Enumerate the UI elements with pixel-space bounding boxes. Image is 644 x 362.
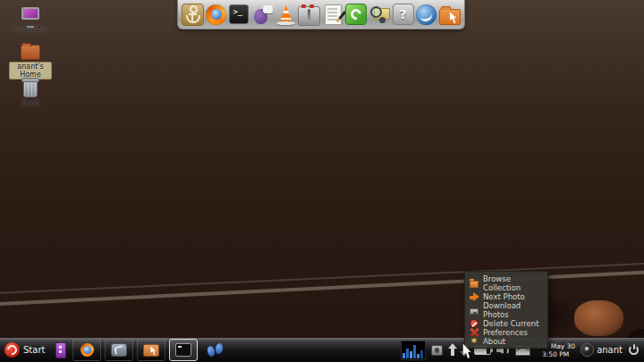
menu-item-next-photo[interactable]: Next Photo [465,292,547,301]
desktop-icon-label: Computer [13,25,48,33]
dock-item-software-center[interactable] [344,2,368,28]
media-player-icon [55,342,66,358]
taskbar-button-media-player[interactable] [53,339,69,361]
menu-item-delete-current[interactable]: Delete Current [465,319,547,328]
anchor-icon [182,4,204,26]
desktop-icon-trash[interactable]: Trash [9,79,52,107]
trash-can-icon [23,80,38,97]
taskbar-button-footprints[interactable] [201,339,230,361]
wallpaper-stone [574,300,623,336]
menu-item-browse-collection[interactable]: Browse Collection [465,274,547,292]
menu-item-label: Download Photos [483,301,547,319]
dock-item-help[interactable]: ? [392,2,415,28]
dock-item-terminal[interactable]: >_ [227,2,250,28]
dock-item-pidgin[interactable] [251,2,275,28]
start-logo-icon [4,342,20,358]
firefox-icon [206,4,226,25]
terminal-icon [175,343,191,357]
user-avatar-icon [580,343,594,357]
user-name: anant [597,345,623,355]
home-folder-icon [21,45,40,60]
dock-item-firefox[interactable] [204,2,227,28]
vlc-cone-icon [275,4,296,25]
power-button-icon[interactable] [628,344,640,356]
menu-item-label: About [483,337,505,346]
upload-arrow-icon [448,343,457,357]
photo-viewer-icon [111,343,127,357]
menu-item-label: Next Photo [483,292,525,301]
terminal-icon: >_ [229,4,249,24]
desktop: Computer anant's Home Trash >_ ? Browse … [0,0,644,362]
folder-icon [470,281,479,288]
taskbar-button-terminal[interactable] [169,339,198,361]
dock-item-mail-search[interactable] [368,2,391,28]
application-dock: >_ ? [177,0,465,29]
photo-applet-tray-icon[interactable] [431,345,443,356]
taskbar-button-file-manager[interactable] [137,339,165,361]
help-question-icon: ? [393,4,414,25]
photo-applet-context-menu: Browse Collection Next Photo Download Ph… [464,271,548,349]
arrow-right-icon [470,292,479,301]
file-manager-folder-icon [439,9,461,25]
start-button[interactable]: Start [0,338,51,362]
clock-time: 3:50 PM [542,350,569,358]
pidgin-bird-icon [252,4,273,25]
dock-item-thunderbird[interactable] [415,2,438,28]
no-entry-icon [470,319,479,328]
cpu-graph-applet[interactable] [401,341,426,360]
software-center-icon [345,4,367,25]
desktop-icon-label: anant's Home [9,62,52,80]
menu-item-download-photos[interactable]: Download Photos [465,301,547,319]
taskbar-button-firefox[interactable] [72,339,101,361]
menu-item-label: Browse Collection [483,274,547,292]
menu-item-label: Delete Current [483,319,539,328]
file-manager-folder-icon [143,344,159,357]
firefox-icon [80,343,94,357]
switchboard-icon [298,6,320,26]
dock-item-text-editor[interactable] [321,2,344,28]
camera-icon [470,308,479,315]
dock-item-switchboard[interactable] [298,2,321,28]
dock-item-file-manager[interactable] [438,2,462,28]
start-label: Start [23,345,45,355]
menu-item-preferences[interactable]: Preferences [465,328,547,337]
dock-item-anchor[interactable] [181,2,204,28]
blue-footprints-icon [207,342,225,358]
desktop-icon-label: Trash [21,99,39,107]
desktop-icon-home[interactable]: anant's Home [9,42,52,80]
menu-item-about[interactable]: * About [465,337,547,346]
star-icon: * [470,337,479,346]
text-editor-icon [325,4,342,25]
taskbar-button-photo-viewer[interactable] [105,339,133,361]
computer-monitor-icon [21,7,39,23]
thunderbird-icon [416,4,436,25]
desktop-icon-computer[interactable]: Computer [9,7,52,33]
user-switcher[interactable]: anant [580,343,623,357]
mail-search-icon [369,4,390,25]
dock-item-vlc[interactable] [275,2,298,28]
menu-item-label: Preferences [483,328,528,337]
